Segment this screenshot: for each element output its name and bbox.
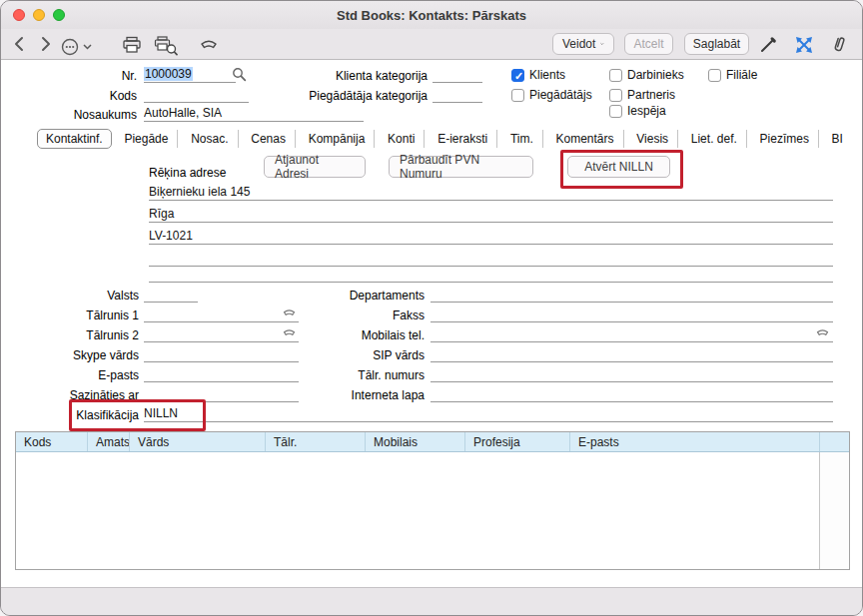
address-line-2-value: Rīga bbox=[149, 207, 174, 221]
kods-input[interactable] bbox=[144, 86, 249, 103]
talrunis1-call-button[interactable] bbox=[283, 308, 296, 318]
column-header-profesija[interactable]: Profesija bbox=[465, 432, 570, 451]
expand-button[interactable] bbox=[793, 35, 815, 55]
atvert-nilln-button[interactable]: Atvērt NILLN bbox=[567, 156, 670, 178]
valsts-input[interactable] bbox=[144, 286, 198, 303]
saglabat-label: Saglabāt bbox=[693, 37, 740, 51]
valsts-label: Valsts bbox=[21, 289, 139, 303]
call-button[interactable] bbox=[200, 38, 218, 52]
piegadataja-kategorija-input[interactable] bbox=[432, 86, 482, 103]
address-line-5[interactable] bbox=[149, 269, 833, 283]
column-header-amats[interactable]: Amats bbox=[88, 432, 130, 451]
mobilais-tel-label: Mobilais tel. bbox=[301, 328, 425, 342]
talrunis1-input[interactable] bbox=[144, 306, 299, 322]
back-button[interactable] bbox=[13, 36, 27, 52]
print-button[interactable] bbox=[122, 36, 142, 54]
atcelt-button[interactable]: Atcelt bbox=[624, 33, 673, 55]
phone-icon bbox=[283, 308, 296, 318]
tab-kompanija[interactable]: Kompānija bbox=[306, 130, 376, 148]
forward-button[interactable] bbox=[38, 36, 52, 52]
checkbox-piegadatajs[interactable]: Piegādātājs bbox=[511, 88, 592, 102]
mobilais-tel-input[interactable] bbox=[431, 325, 833, 342]
checkbox-partneris[interactable]: Partneris bbox=[609, 88, 675, 102]
tab-konti[interactable]: Konti bbox=[385, 130, 425, 148]
talrunis2-input[interactable] bbox=[144, 325, 299, 342]
tab-cenas[interactable]: Cenas bbox=[248, 130, 296, 148]
nosaukums-input[interactable]: AutoHalle, SIA bbox=[144, 105, 364, 122]
attach-button[interactable] bbox=[829, 33, 850, 55]
address-line-2[interactable]: Rīga bbox=[149, 206, 833, 223]
nr-input[interactable]: 1000039 bbox=[144, 66, 236, 83]
table-scrollbar[interactable] bbox=[819, 452, 849, 569]
checkbox-filiale[interactable]: Filiāle bbox=[708, 68, 757, 82]
contacts-table-body[interactable] bbox=[16, 452, 849, 569]
column-header-mobilais[interactable]: Mobilais bbox=[366, 432, 465, 451]
column-header-e-pasts[interactable]: E-pasts bbox=[570, 432, 820, 451]
fakss-input[interactable] bbox=[431, 306, 833, 322]
column-header-kods[interactable]: Kods bbox=[16, 432, 88, 451]
skype-vards-input[interactable] bbox=[144, 345, 299, 362]
veidot-button[interactable]: Veidot bbox=[552, 33, 614, 55]
tab-nosac[interactable]: Nosac. bbox=[188, 130, 238, 148]
checkbox-piegadatajs-box[interactable] bbox=[511, 89, 524, 102]
column-header-vards[interactable]: Vārds bbox=[130, 432, 266, 451]
checkbox-filiale-box[interactable] bbox=[708, 69, 721, 82]
parbaudit-pvn-button[interactable]: Pārbaudīt PVN Numuru bbox=[389, 156, 533, 178]
chevron-down-icon bbox=[600, 41, 604, 47]
tab-liet-def[interactable]: Liet. def. bbox=[688, 130, 747, 148]
piegadataja-kategorija-label: Piegādātāja kategorija bbox=[281, 89, 428, 103]
checkbox-darbinieks-box[interactable] bbox=[609, 69, 622, 82]
veidot-label: Veidot bbox=[562, 37, 595, 51]
klasifikacija-label: Klasifikācija bbox=[21, 408, 139, 422]
checkbox-klients[interactable]: Klients bbox=[511, 68, 565, 82]
tab-viesis[interactable]: Viesis bbox=[633, 130, 678, 148]
address-line-3-value: LV-1021 bbox=[149, 229, 193, 243]
toolbar: Veidot Atcelt Saglabāt bbox=[1, 29, 862, 60]
checkbox-partneris-box[interactable] bbox=[609, 89, 622, 102]
atjaunot-adresi-button[interactable]: Atjaunot Adresi bbox=[264, 156, 366, 178]
checkbox-klients-box[interactable] bbox=[511, 69, 524, 82]
fakss-label: Fakss bbox=[301, 308, 425, 322]
tab-komentars[interactable]: Komentārs bbox=[553, 130, 624, 148]
edit-button[interactable] bbox=[759, 36, 777, 54]
mobilais-call-button[interactable] bbox=[816, 327, 829, 338]
nosaukums-label: Nosaukums bbox=[61, 108, 137, 122]
paperclip-icon bbox=[829, 33, 850, 55]
window-footer bbox=[1, 587, 862, 615]
klasifikacija-value: NILLN bbox=[144, 406, 178, 420]
print-preview-button[interactable] bbox=[154, 36, 178, 56]
tab-e-ieraksti[interactable]: E-ieraksti bbox=[434, 130, 497, 148]
checkbox-partneris-label: Partneris bbox=[627, 88, 675, 102]
tab-kontaktinf[interactable]: Kontaktinf. bbox=[37, 129, 112, 149]
lookup-button[interactable] bbox=[232, 67, 247, 82]
klasifikacija-input[interactable]: NILLN bbox=[144, 405, 833, 422]
printer-search-icon bbox=[154, 36, 178, 56]
sazinaties-ar-input[interactable] bbox=[144, 385, 299, 402]
talrunis2-call-button[interactable] bbox=[283, 327, 296, 338]
checkbox-darbinieks[interactable]: Darbinieks bbox=[609, 68, 684, 82]
checkbox-iespeja-box[interactable] bbox=[609, 105, 622, 118]
atcelt-label: Atcelt bbox=[634, 37, 664, 51]
tab-bi[interactable]: BI bbox=[829, 130, 846, 148]
address-line-4[interactable] bbox=[149, 251, 833, 267]
checkbox-iespeja[interactable]: Iespēja bbox=[609, 104, 666, 118]
e-pasts-input[interactable] bbox=[144, 365, 299, 382]
e-pasts-label: E-pasts bbox=[21, 368, 139, 382]
sip-vards-input[interactable] bbox=[431, 345, 833, 362]
interneta-lapa-input[interactable] bbox=[431, 385, 833, 402]
saglabat-button[interactable]: Saglabāt bbox=[684, 33, 749, 55]
more-actions-button[interactable] bbox=[61, 38, 95, 56]
column-header-talr[interactable]: Tālr. bbox=[266, 432, 366, 451]
tab-piezimes[interactable]: Piezīmes bbox=[757, 130, 819, 148]
address-line-3[interactable]: LV-1021 bbox=[149, 228, 833, 245]
contacts-table-header: Kods Amats Vārds Tālr. Mobilais Profesij… bbox=[16, 432, 849, 452]
talr-numurs-label: Tālr. numurs bbox=[301, 368, 425, 382]
tab-piegade[interactable]: Piegāde bbox=[121, 130, 178, 148]
address-line-1[interactable]: Biķernieku iela 145 bbox=[149, 184, 833, 201]
klienta-kategorija-input[interactable] bbox=[432, 66, 482, 83]
checkbox-klients-label: Klients bbox=[529, 68, 565, 82]
title-bar: Std Books: Kontakts: Pārskats bbox=[1, 1, 862, 29]
tab-tim[interactable]: Tim. bbox=[507, 130, 543, 148]
talr-numurs-input[interactable] bbox=[431, 365, 833, 382]
departaments-input[interactable] bbox=[431, 286, 833, 303]
